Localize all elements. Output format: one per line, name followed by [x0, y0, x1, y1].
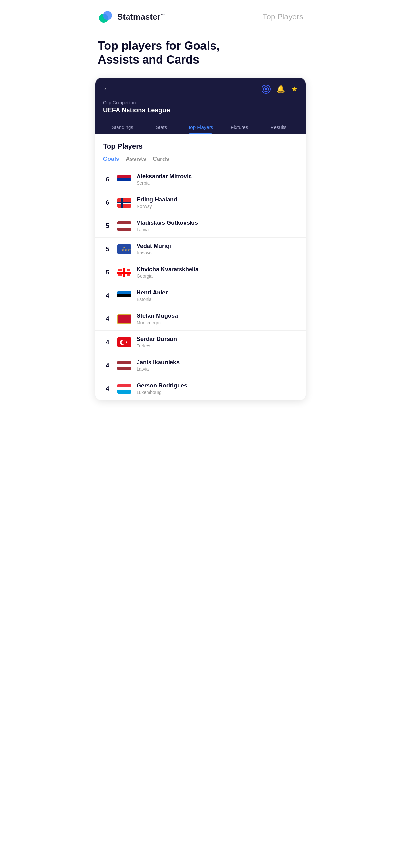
flag-kosovo: ★★★★★★ — [117, 244, 131, 254]
svg-rect-22 — [127, 269, 130, 271]
svg-rect-4 — [117, 175, 131, 178]
flag-georgia — [117, 268, 131, 277]
sub-tab-goals[interactable]: Goals — [103, 156, 119, 162]
eu-circle-icon — [263, 86, 269, 92]
player-score: 6 — [103, 176, 112, 183]
flag-turkey — [117, 337, 131, 347]
player-country: Latvia — [136, 227, 298, 232]
player-name: Vedat Muriqi — [136, 243, 298, 250]
flag-latvia-2 — [117, 361, 131, 370]
main-card: ← 🔔 ★ Cup Competiton UEFA Nations League… — [95, 78, 306, 400]
svg-rect-38 — [117, 361, 131, 364]
player-country: Serbia — [136, 181, 298, 186]
app-logo-icon — [98, 9, 113, 25]
flag-estonia — [117, 291, 131, 301]
nav-stats[interactable]: Stats — [142, 120, 181, 134]
svg-rect-11 — [117, 202, 131, 204]
back-button[interactable]: ← — [103, 85, 110, 93]
eu-icon[interactable] — [261, 85, 271, 94]
player-row: 6 Aleksandar Mitrovic Serbia — [95, 167, 306, 191]
player-name: Stefan Mugosa — [136, 313, 298, 319]
player-country: Latvia — [136, 367, 298, 372]
svg-rect-14 — [117, 228, 131, 231]
svg-rect-26 — [117, 294, 131, 298]
player-info: Aleksandar Mitrovic Serbia — [136, 173, 298, 186]
svg-text:★★★★★★: ★★★★★★ — [121, 248, 131, 252]
sub-tab-cards[interactable]: Cards — [153, 156, 169, 162]
player-name: Janis Ikaunieks — [136, 359, 298, 366]
card-nav: Standings Stats Top Players Fixtures Res… — [103, 120, 298, 134]
sub-tab-assists[interactable]: Assists — [126, 156, 146, 162]
player-row: 5 Khvicha Kvaratskhelia Georgia — [95, 260, 306, 284]
player-info: Stefan Mugosa Montenegro — [136, 313, 298, 325]
player-row: 4 Gerson Rodrigues Luxembourg — [95, 377, 306, 400]
notification-bell-icon[interactable]: 🔔 — [276, 85, 285, 93]
player-name: Aleksandar Mitrovic — [136, 173, 298, 180]
player-row: 5 ★★★★★★ Vedat Muriqi Kosovo — [95, 237, 306, 260]
svg-point-36 — [122, 340, 126, 344]
player-score: 4 — [103, 385, 112, 392]
nav-fixtures[interactable]: Fixtures — [220, 120, 259, 134]
player-name: Khvicha Kvaratskhelia — [136, 266, 298, 273]
nav-top-players[interactable]: Top Players — [181, 120, 220, 134]
player-row: 4 Serdar Dursun Turkey — [95, 330, 306, 353]
svg-rect-6 — [117, 181, 131, 184]
player-info: Gerson Rodrigues Luxembourg — [136, 382, 298, 395]
player-name: Henri Anier — [136, 289, 298, 296]
player-score: 5 — [103, 222, 112, 229]
card-header-icons: 🔔 ★ — [261, 85, 298, 94]
logo-area: Statmaster™ — [98, 9, 165, 25]
player-score: 5 — [103, 269, 112, 276]
nav-standings[interactable]: Standings — [103, 120, 142, 134]
svg-point-3 — [265, 88, 267, 90]
player-row: 4 Stefan Mugosa Montenegro — [95, 307, 306, 330]
flag-latvia — [117, 221, 131, 231]
svg-rect-23 — [118, 274, 122, 276]
svg-rect-32 — [117, 314, 118, 324]
header-nav-title: Top Players — [263, 12, 303, 21]
svg-rect-40 — [117, 367, 131, 370]
player-score: 5 — [103, 245, 112, 253]
svg-rect-24 — [127, 274, 130, 276]
svg-rect-20 — [117, 272, 131, 274]
competition-label: Cup Competiton — [103, 100, 298, 105]
card-header: ← 🔔 ★ Cup Competiton UEFA Nations League… — [95, 78, 306, 134]
player-row: 6 Erling Haaland Norway — [95, 191, 306, 214]
player-info: Vedat Muriqi Kosovo — [136, 243, 298, 255]
favorite-star-icon[interactable]: ★ — [291, 85, 298, 94]
logo-text: Statmaster™ — [117, 12, 165, 22]
svg-rect-43 — [117, 391, 131, 394]
svg-rect-30 — [117, 314, 131, 315]
app-header: Statmaster™ Top Players — [88, 0, 313, 31]
svg-rect-5 — [117, 178, 131, 181]
nav-results[interactable]: Results — [259, 120, 298, 134]
section-title: Top Players — [95, 142, 306, 156]
svg-rect-31 — [117, 323, 131, 324]
sub-tabs: Goals Assists Cards — [95, 156, 306, 167]
player-country: Georgia — [136, 274, 298, 279]
card-header-top: ← 🔔 ★ — [103, 85, 298, 94]
player-info: Henri Anier Estonia — [136, 289, 298, 302]
player-country: Norway — [136, 204, 298, 209]
player-row: 4 Henri Anier Estonia — [95, 284, 306, 307]
svg-rect-25 — [117, 291, 131, 294]
svg-rect-21 — [118, 269, 122, 271]
player-score: 6 — [103, 199, 112, 206]
flag-luxembourg — [117, 384, 131, 394]
player-info: Erling Haaland Norway — [136, 196, 298, 209]
player-row: 5 Vladislavs Gutkovskis Latvia — [95, 214, 306, 237]
player-info: Janis Ikaunieks Latvia — [136, 359, 298, 372]
competition-name: UEFA Nations League — [103, 106, 298, 114]
svg-rect-39 — [117, 364, 131, 367]
page-title-section: Top players for Goals, Assists and Cards — [88, 31, 313, 78]
player-score: 4 — [103, 315, 112, 322]
player-name: Serdar Dursun — [136, 336, 298, 343]
player-list: 6 Aleksandar Mitrovic Serbia 6 — [95, 167, 306, 400]
player-country: Turkey — [136, 343, 298, 348]
player-name: Gerson Rodrigues — [136, 382, 298, 389]
flag-montenegro — [117, 314, 131, 324]
player-score: 4 — [103, 338, 112, 346]
svg-rect-27 — [117, 298, 131, 301]
page-title: Top players for Goals, Assists and Cards — [98, 39, 303, 66]
svg-rect-33 — [131, 314, 131, 324]
